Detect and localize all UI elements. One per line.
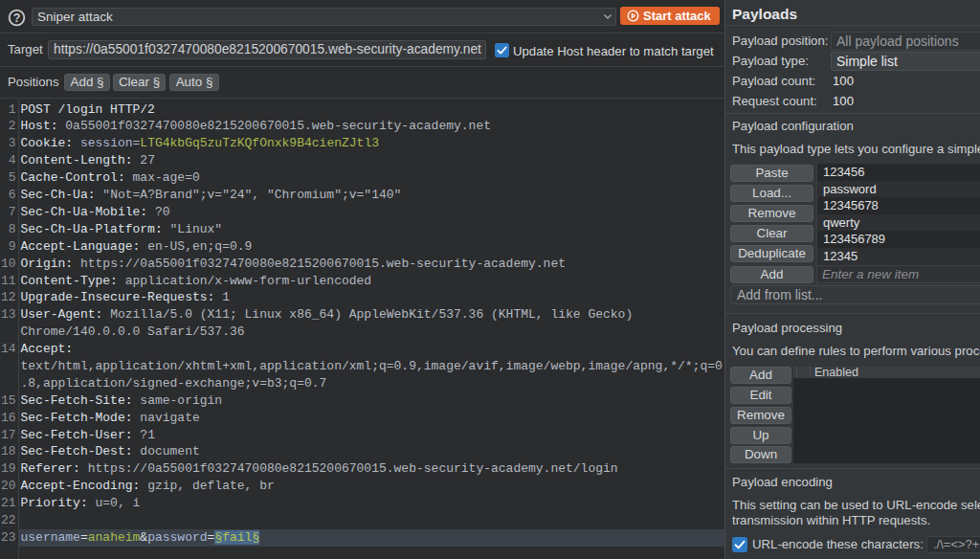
svg-text:?: ?: [13, 11, 21, 25]
